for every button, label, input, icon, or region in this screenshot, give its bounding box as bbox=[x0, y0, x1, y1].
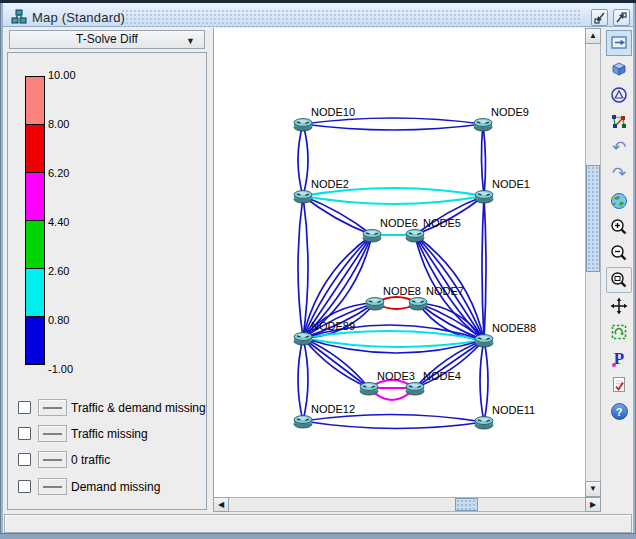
map-node-label: NODE12 bbox=[311, 403, 355, 415]
line-style-icon bbox=[43, 486, 62, 488]
map-edge-NODE10-NODE2[interactable] bbox=[303, 124, 308, 196]
view-selector-dropdown[interactable]: T-Solve Diff ▼ bbox=[9, 30, 205, 49]
color-scale-tick-label: 2.60 bbox=[48, 265, 98, 278]
map-edge-NODE1-NODE88[interactable] bbox=[484, 196, 486, 340]
scroll-down-button[interactable]: ▼ bbox=[585, 481, 601, 497]
legend-line-sample-button[interactable] bbox=[38, 478, 67, 495]
attach-view-button[interactable] bbox=[606, 30, 632, 56]
legend-line-sample-button[interactable] bbox=[38, 425, 67, 442]
map-node-NODE88[interactable] bbox=[475, 335, 493, 348]
legend-line-sample-button[interactable] bbox=[38, 451, 67, 468]
horizontal-scrollbar[interactable] bbox=[213, 497, 601, 512]
rotate-selection-button[interactable] bbox=[606, 319, 632, 345]
map-node-NODE3[interactable] bbox=[360, 383, 378, 396]
zoom-area-button[interactable] bbox=[606, 267, 632, 293]
legend-label: Traffic & demand missing bbox=[71, 401, 206, 415]
legend-label: Traffic missing bbox=[71, 427, 148, 441]
line-style-icon bbox=[43, 407, 62, 409]
color-scale-tick-label: 8.00 bbox=[48, 118, 98, 131]
map-node-label: NODE2 bbox=[311, 178, 349, 190]
line-style-icon bbox=[43, 459, 62, 461]
redo-button[interactable]: ↷ bbox=[606, 161, 632, 187]
vertical-scrollbar-thumb[interactable] bbox=[586, 165, 600, 272]
maximize-button[interactable] bbox=[613, 9, 630, 26]
globe-icon bbox=[609, 191, 629, 211]
map-node-NODE4[interactable] bbox=[406, 383, 424, 396]
map-node-NODE10[interactable] bbox=[294, 119, 312, 132]
zoom-out-button[interactable] bbox=[606, 240, 632, 266]
paths-button[interactable]: P bbox=[606, 346, 632, 372]
map-edge-NODE10-NODE9[interactable] bbox=[303, 124, 483, 130]
legend-row: Traffic missing bbox=[8, 424, 204, 446]
map-node-NODE8[interactable] bbox=[366, 298, 384, 311]
zoom-out-icon bbox=[609, 243, 629, 263]
scroll-left-icon: ◀ bbox=[214, 498, 228, 512]
map-edge-NODE2-NODE89[interactable] bbox=[303, 196, 308, 338]
map-edge-NODE89-NODE88[interactable] bbox=[303, 338, 484, 353]
map-node-NODE2[interactable] bbox=[294, 191, 312, 204]
legend-line-sample-button[interactable] bbox=[38, 399, 67, 416]
map-node-NODE9[interactable] bbox=[474, 119, 492, 132]
world-view-button[interactable] bbox=[606, 188, 632, 214]
legend-checkbox[interactable] bbox=[18, 480, 31, 493]
help-icon: ? bbox=[611, 403, 628, 420]
map-node-NODE7[interactable] bbox=[409, 298, 427, 311]
map-node-NODE1[interactable] bbox=[475, 191, 493, 204]
legend-row: Demand missing bbox=[8, 477, 204, 499]
map-edge-NODE88-NODE11[interactable] bbox=[480, 340, 484, 422]
map-edge-NODE1-NODE88[interactable] bbox=[482, 196, 484, 340]
map-edge-NODE88-NODE11[interactable] bbox=[484, 340, 488, 422]
chevron-down-icon: ▼ bbox=[186, 33, 195, 50]
network-map-icon bbox=[11, 9, 27, 24]
map-node-label: NODE9 bbox=[491, 106, 529, 118]
scroll-right-button[interactable]: ▶ bbox=[585, 497, 601, 512]
zoom-in-button[interactable] bbox=[606, 214, 632, 240]
line-style-icon bbox=[43, 433, 62, 435]
rotate-selection-icon bbox=[609, 322, 629, 342]
map-edge-NODE89-NODE12[interactable] bbox=[303, 338, 308, 421]
map-node-label: NODE3 bbox=[377, 370, 415, 382]
status-bar bbox=[4, 514, 632, 533]
scroll-left-button[interactable]: ◀ bbox=[213, 497, 229, 512]
scroll-up-button[interactable]: ▲ bbox=[585, 28, 601, 44]
graph-layout-button[interactable] bbox=[606, 109, 632, 135]
validate-button[interactable] bbox=[606, 372, 632, 398]
window-title: Map (Standard) bbox=[32, 10, 125, 25]
legend-checkbox[interactable] bbox=[18, 427, 31, 440]
map-node-NODE11[interactable] bbox=[475, 417, 493, 430]
color-scale-tick-label: 10.00 bbox=[48, 69, 98, 82]
legend-checkbox[interactable] bbox=[18, 453, 31, 466]
map-node-NODE89[interactable] bbox=[294, 333, 312, 346]
validate-icon bbox=[609, 375, 629, 395]
map-node-NODE6[interactable] bbox=[363, 230, 381, 243]
legend-checkbox[interactable] bbox=[18, 401, 31, 414]
map-edge-NODE10-NODE2[interactable] bbox=[298, 124, 303, 196]
map-edge-NODE89-NODE12[interactable] bbox=[298, 338, 303, 421]
map-node-NODE12[interactable] bbox=[294, 416, 312, 429]
titlebar[interactable]: Map (Standard) bbox=[3, 3, 633, 27]
graph-layout-icon bbox=[609, 112, 629, 132]
map-node-NODE5[interactable] bbox=[406, 230, 424, 243]
map-edge-NODE12-NODE11[interactable] bbox=[303, 414, 484, 422]
map-edge-NODE2-NODE1[interactable] bbox=[303, 196, 484, 204]
pan-button[interactable] bbox=[606, 293, 632, 319]
undo-button[interactable]: ↶ bbox=[606, 135, 632, 161]
maximize-icon bbox=[615, 11, 628, 24]
redo-icon: ↷ bbox=[612, 164, 626, 184]
map-edge-NODE10-NODE9[interactable] bbox=[303, 118, 483, 124]
map-edge-NODE12-NODE11[interactable] bbox=[303, 421, 484, 429]
circled-triangle-icon bbox=[609, 85, 629, 105]
window-edge-bottom bbox=[0, 533, 636, 539]
map-node-label: NODE4 bbox=[423, 370, 461, 382]
iconify-button[interactable] bbox=[591, 9, 608, 26]
undo-icon: ↶ bbox=[612, 138, 626, 158]
color-scale-segment bbox=[25, 76, 45, 125]
map-edge-NODE2-NODE89[interactable] bbox=[298, 196, 303, 338]
layout-button[interactable] bbox=[606, 82, 632, 108]
help-button[interactable]: ? bbox=[606, 398, 632, 424]
map-canvas[interactable]: NODE10NODE9NODE2NODE1NODE6NODE5NODE8NODE… bbox=[213, 28, 585, 497]
horizontal-scrollbar-thumb[interactable] bbox=[455, 498, 478, 511]
cube-3d-icon bbox=[609, 59, 629, 79]
model-3d-button[interactable] bbox=[606, 56, 632, 82]
scroll-right-icon: ▶ bbox=[586, 498, 600, 512]
